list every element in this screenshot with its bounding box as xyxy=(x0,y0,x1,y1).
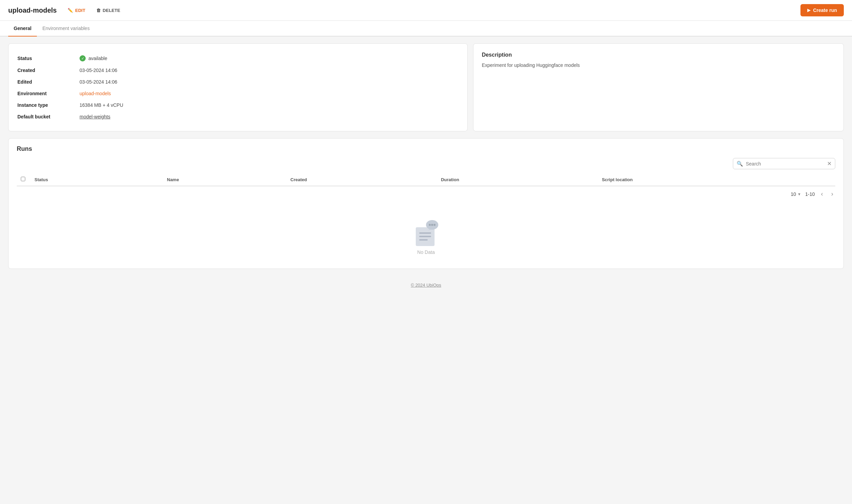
edit-icon: ✏️ xyxy=(68,8,73,13)
status-value: ✓ available xyxy=(80,55,458,61)
runs-table: Status Name Created Duration Script loca… xyxy=(17,173,835,186)
play-icon: ▶ xyxy=(807,8,810,13)
tabs-bar: General Environment variables xyxy=(0,21,852,37)
checkbox-header xyxy=(17,173,30,186)
status-label: Status xyxy=(17,53,79,64)
instance-type-value: 16384 MB + 4 vCPU xyxy=(80,100,458,111)
svg-point-5 xyxy=(429,224,431,226)
per-page-select[interactable]: 10 ▼ xyxy=(791,191,801,197)
status-row: Status ✓ available xyxy=(17,53,458,64)
no-data-illustration xyxy=(409,215,443,249)
created-row: Created 03-05-2024 14:06 xyxy=(17,65,458,76)
default-bucket-link[interactable]: model-weights xyxy=(80,114,110,119)
svg-rect-3 xyxy=(419,239,428,241)
col-duration: Duration xyxy=(437,173,598,186)
svg-point-6 xyxy=(431,224,433,226)
edit-button[interactable]: ✏️ EDIT xyxy=(65,6,88,14)
tab-general[interactable]: General xyxy=(8,21,37,37)
page-footer: © 2024 UbiOps xyxy=(0,276,852,294)
svg-point-7 xyxy=(434,224,436,226)
instance-type-row: Instance type 16384 MB + 4 vCPU xyxy=(17,100,458,111)
edited-label: Edited xyxy=(17,76,79,87)
page-content: Status ✓ available Created 03-05-2024 14… xyxy=(0,37,852,276)
created-value: 03-05-2024 14:06 xyxy=(80,65,458,76)
clear-icon[interactable]: ✕ xyxy=(827,160,832,167)
environment-link[interactable]: upload-models xyxy=(80,91,111,96)
col-name: Name xyxy=(163,173,286,186)
info-table: Status ✓ available Created 03-05-2024 14… xyxy=(17,52,459,123)
no-data-label: No Data xyxy=(417,249,435,255)
footer-link[interactable]: © 2024 UbiOps xyxy=(411,283,441,288)
runs-section: Runs 🔍 ✕ Status Name Created Duration xyxy=(8,138,844,269)
top-bar: upload-models ✏️ EDIT 🗑 DELETE ▶ Create … xyxy=(0,0,852,21)
page-title: upload-models xyxy=(8,6,57,14)
page-range: 1-10 xyxy=(805,191,815,197)
next-page-button[interactable]: › xyxy=(829,190,835,198)
svg-rect-2 xyxy=(419,236,431,237)
search-input[interactable] xyxy=(746,161,824,167)
info-row: Status ✓ available Created 03-05-2024 14… xyxy=(8,43,844,131)
default-bucket-label: Default bucket xyxy=(17,111,79,122)
col-script-location: Script location xyxy=(598,173,835,186)
no-data-area: No Data xyxy=(17,202,835,262)
trash-icon: 🗑 xyxy=(96,8,101,13)
search-icon: 🔍 xyxy=(737,161,743,167)
col-created: Created xyxy=(286,173,437,186)
table-header-row: Status Name Created Duration Script loca… xyxy=(17,173,835,186)
edited-row: Edited 03-05-2024 14:06 xyxy=(17,76,458,87)
svg-rect-1 xyxy=(419,232,431,234)
created-label: Created xyxy=(17,65,79,76)
environment-row: Environment upload-models xyxy=(17,88,458,99)
status-icon: ✓ xyxy=(80,55,86,61)
info-card-left: Status ✓ available Created 03-05-2024 14… xyxy=(8,43,468,131)
search-box: 🔍 ✕ xyxy=(733,158,835,169)
info-card-description: Description Experiment for uploading Hug… xyxy=(473,43,844,131)
instance-type-label: Instance type xyxy=(17,100,79,111)
col-status: Status xyxy=(30,173,163,186)
environment-label: Environment xyxy=(17,88,79,99)
prev-page-button[interactable]: ‹ xyxy=(819,190,825,198)
select-all-checkbox[interactable] xyxy=(21,177,25,181)
create-run-button[interactable]: ▶ Create run xyxy=(800,4,844,16)
runs-toolbar: 🔍 ✕ xyxy=(17,158,835,169)
runs-title: Runs xyxy=(17,145,835,153)
default-bucket-row: Default bucket model-weights xyxy=(17,111,458,122)
pagination-row: 10 ▼ 1-10 ‹ › xyxy=(17,186,835,202)
description-title: Description xyxy=(482,52,835,58)
tab-env-vars[interactable]: Environment variables xyxy=(37,21,95,37)
edited-value: 03-05-2024 14:06 xyxy=(80,76,458,87)
chevron-down-icon: ▼ xyxy=(797,192,801,196)
description-text: Experiment for uploading Huggingface mod… xyxy=(482,61,835,69)
delete-button[interactable]: 🗑 DELETE xyxy=(94,6,123,14)
